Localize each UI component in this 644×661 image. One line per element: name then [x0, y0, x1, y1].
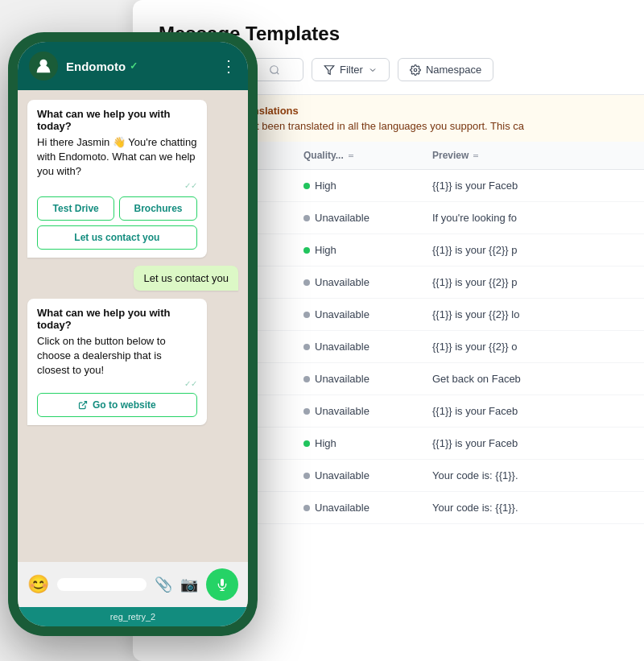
column-preview[interactable]: Preview [432, 150, 618, 161]
quality-label: Unavailable [315, 373, 369, 385]
msg-tick-2: ✓✓ [37, 379, 197, 388]
preview-cell: Your code is: {{1}}. [432, 502, 618, 514]
quick-reply-buttons: Test Drive Brochures [37, 196, 197, 221]
quality-dot [303, 183, 310, 189]
quality-label: Unavailable [315, 276, 369, 288]
gear-icon [410, 64, 421, 76]
quality-dot [303, 215, 310, 221]
quality-label: Unavailable [315, 469, 369, 481]
quality-dot [303, 505, 310, 511]
quality-cell: High [303, 244, 432, 256]
preview-cell: {{1}} is your {{2}} lo [432, 308, 618, 320]
quality-cell: Unavailable [303, 308, 432, 320]
mic-button[interactable] [206, 568, 238, 601]
preview-cell: Get back on Faceb [432, 373, 618, 385]
quality-cell: Unavailable [303, 373, 432, 385]
quality-cell: Unavailable [303, 212, 432, 224]
filter-icon [324, 64, 335, 76]
preview-cell: {{1}} is your {{2}} p [432, 244, 618, 256]
msg-tick-1: ✓✓ [37, 181, 197, 190]
quality-cell: High [303, 437, 432, 449]
verified-badge: ✓ [130, 60, 138, 72]
sort-icon [473, 155, 478, 157]
preview-cell: {{1}} is your {{2}} p [432, 276, 618, 288]
user-msg-text: Let us contact you [143, 272, 229, 284]
avatar [29, 52, 58, 81]
svg-marker-1 [324, 65, 334, 74]
quality-label: High [315, 180, 336, 192]
quality-label: Unavailable [315, 341, 369, 353]
quality-cell: Unavailable [303, 276, 432, 288]
svg-point-0 [270, 65, 278, 72]
svg-line-4 [82, 402, 87, 407]
quality-label: Unavailable [315, 502, 369, 514]
quality-label: Unavailable [315, 212, 369, 224]
camera-icon[interactable]: 📷 [180, 576, 198, 593]
namespace-button[interactable]: Namespace [398, 58, 493, 81]
test-drive-button[interactable]: Test Drive [37, 196, 114, 221]
quality-dot [303, 473, 310, 479]
let-us-contact-button[interactable]: Let us contact you [37, 225, 197, 250]
go-to-website-label: Go to website [93, 399, 156, 411]
preview-cell: {{1}} is your Faceb [432, 405, 618, 417]
quality-label: Unavailable [315, 308, 369, 320]
filter-button[interactable]: Filter [312, 58, 390, 81]
search-icon [269, 64, 280, 76]
quality-cell: High [303, 180, 432, 192]
bot-message-2: What can we help you with today? Click o… [27, 299, 207, 426]
quality-dot [303, 376, 310, 382]
bot-msg-text-2: Click on the button below to choose a de… [37, 334, 197, 378]
quality-label: High [315, 437, 336, 449]
quality-cell: Unavailable [303, 502, 432, 514]
microphone-icon [216, 578, 229, 591]
phone-inner: Endomoto ✓ ⋮ What can we help you with t… [18, 42, 248, 626]
preview-cell: {{1}} is your Faceb [432, 437, 618, 449]
external-link-icon [78, 400, 88, 410]
go-to-website-button[interactable]: Go to website [37, 393, 197, 417]
attach-icon[interactable]: 📎 [155, 576, 172, 593]
whatsapp-header: Endomoto ✓ ⋮ [18, 42, 248, 90]
quality-cell: Unavailable [303, 469, 432, 481]
quality-dot [303, 247, 310, 254]
quality-dot [303, 279, 310, 286]
quality-cell: Unavailable [303, 341, 432, 353]
more-options-icon[interactable]: ⋮ [221, 56, 237, 76]
phone-bottom-bar: reg_retry_2 [18, 607, 248, 626]
contact-info: Endomoto ✓ [66, 60, 213, 73]
svg-point-2 [414, 68, 417, 72]
phone-mockup: Endomoto ✓ ⋮ What can we help you with t… [8, 32, 258, 636]
message-input[interactable] [57, 578, 147, 591]
sort-icon [349, 155, 353, 157]
brochures-button[interactable]: Brochures [119, 196, 196, 221]
quality-dot [303, 312, 310, 318]
quality-label: Unavailable [315, 405, 369, 417]
chat-area: What can we help you with today? Hi ther… [18, 90, 248, 562]
bottom-label: reg_retry_2 [43, 612, 222, 622]
preview-cell: {{1}} is your Faceb [432, 180, 618, 192]
preview-cell: {{1}} is your {{2}} o [432, 341, 618, 353]
quality-dot [303, 344, 310, 350]
preview-cell: Your code is: {{1}}. [432, 469, 618, 481]
contact-name: Endomoto ✓ [66, 60, 213, 73]
bot-message-1: What can we help you with today? Hi ther… [27, 100, 207, 258]
emoji-icon[interactable]: 😊 [27, 574, 49, 595]
whatsapp-input-bar: 😊 📎 📷 [18, 562, 248, 607]
quality-cell: Unavailable [303, 405, 432, 417]
preview-cell: If you're looking fo [432, 212, 618, 224]
filter-label: Filter [340, 64, 363, 76]
quality-dot [303, 440, 310, 447]
quality-label: High [315, 244, 336, 256]
column-quality[interactable]: Quality... [303, 150, 432, 161]
bot-msg-bold-2: What can we help you with today? [37, 307, 197, 331]
phone-outer: Endomoto ✓ ⋮ What can we help you with t… [8, 32, 258, 636]
bot-msg-bold-1: What can we help you with today? [37, 108, 197, 132]
user-message-1: Let us contact you [134, 266, 238, 291]
quality-dot [303, 408, 310, 415]
namespace-label: Namespace [426, 64, 481, 76]
bot-msg-text-1: Hi there Jasmin 👋 You're chatting with E… [37, 135, 197, 180]
chevron-down-icon [368, 65, 378, 75]
